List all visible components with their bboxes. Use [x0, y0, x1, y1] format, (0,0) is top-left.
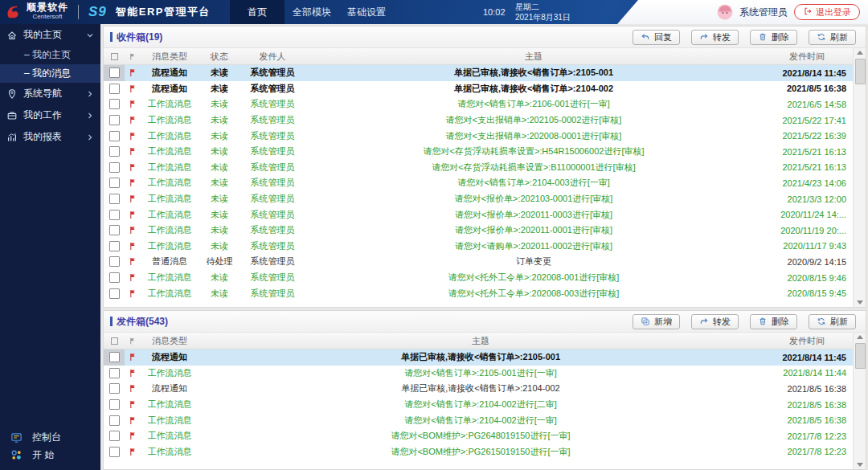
scroll-down-icon[interactable] [857, 300, 863, 304]
row-checkbox[interactable] [109, 115, 120, 125]
row-checkbox[interactable] [109, 131, 120, 141]
sidebar-item[interactable]: 系统导航 [0, 83, 100, 104]
refresh-button[interactable]: 刷新 [809, 30, 856, 45]
table-row[interactable]: 工作流消息请您对<销售订单>:2104-002进行[一审]2021/8/5 16… [104, 412, 853, 428]
outbox-scrollbar[interactable] [853, 333, 866, 469]
table-row[interactable]: 工作流消息请您对<BOM维护>:PG2615019150进行[一审]2021/7… [104, 444, 853, 460]
row-checkbox[interactable] [109, 146, 120, 157]
cell-time: 2021/8/5 16:38 [763, 384, 853, 394]
cell-subject: 请您对<销售订单>:2104-002进行[一审] [199, 415, 763, 427]
row-checkbox[interactable] [109, 447, 120, 457]
cell-sender: 系统管理员 [240, 130, 305, 142]
date-block: 星期二 2021年8月31日 [515, 2, 571, 22]
row-checkbox[interactable] [109, 210, 120, 220]
table-row[interactable]: 工作流消息未读系统管理员请您对<报价单>:202011-0003进行[审核]20… [104, 206, 853, 223]
sidebar-subitem[interactable]: – 我的主页 [0, 46, 100, 64]
scrollbar-thumb[interactable] [855, 59, 866, 84]
flag-icon [125, 68, 141, 77]
cell-subject: 请您对<销售订单>:2106-001进行[一审] [305, 98, 763, 110]
row-checkbox[interactable] [109, 288, 120, 299]
report-icon [6, 132, 18, 143]
table-row[interactable]: 工作流消息请您对<销售订单>:2104-002进行[二审]2021/8/5 16… [104, 397, 853, 413]
refresh-button[interactable]: 刷新 [809, 314, 856, 329]
row-checkbox[interactable] [109, 272, 120, 283]
inbox-scrollbar[interactable] [853, 48, 866, 307]
table-row[interactable]: 普通消息待处理系统管理员订单变更2020/9/2 14:15 [104, 254, 853, 270]
cell-subject: 请您对<托外工令单>:202008-003进行[审核] [305, 288, 763, 300]
cell-subject: 请您对<支出报销单>:202105-0002进行[审核] [305, 114, 763, 126]
row-checkbox[interactable] [109, 162, 120, 173]
select-all-header[interactable] [104, 48, 125, 64]
table-row[interactable]: 工作流消息未读系统管理员请您对<报价单>:202103-0001进行[审核]20… [104, 191, 853, 207]
row-checkbox[interactable] [109, 368, 120, 378]
cell-status: 未读 [199, 209, 240, 221]
delete-button[interactable]: 删除 [750, 30, 797, 45]
flag-column-header [125, 337, 141, 345]
cell-time: 2021/8/5 16:38 [763, 400, 853, 410]
nav-item-2[interactable]: 全部模块 [285, 0, 339, 24]
sidebar-footer-item[interactable]: 控制台 [0, 428, 100, 446]
sidebar-item[interactable]: 我的主页 [0, 24, 100, 46]
product-title: 智能ERP管理平台 [116, 5, 211, 19]
table-row[interactable]: 流程通知单据已审核,请接收<销售订单>:2104-0022021/8/5 16:… [104, 381, 853, 397]
nav-item-3[interactable]: 基础设置 [339, 0, 394, 24]
delete-button[interactable]: 删除 [750, 314, 797, 329]
inbox-table: 消息类型状态发件人主题发件时间 流程通知未读系统管理员单据已审核,请接收<销售订… [104, 48, 866, 307]
scroll-down-icon[interactable] [857, 463, 863, 467]
row-checkbox[interactable] [109, 352, 120, 362]
sidebar-footer-item[interactable]: 开 始 [0, 446, 100, 464]
forward-button[interactable]: 转发 [691, 314, 739, 329]
table-row[interactable]: 流程通知未读系统管理员单据已审核,请接收<销售订单>:2104-0022021/… [104, 81, 853, 97]
inbox-table-main: 消息类型状态发件人主题发件时间 流程通知未读系统管理员单据已审核,请接收<销售订… [104, 48, 853, 307]
outbox-table: 消息类型主题发件时间 流程通知单据已审核,请接收<销售订单>:2105-0012… [104, 333, 866, 469]
table-row[interactable]: 工作流消息未读系统管理员请您对<托外工令单>:202008-001进行[审核]2… [104, 270, 853, 286]
sidebar-subitem[interactable]: – 我的消息 [0, 64, 100, 83]
scrollbar-thumb[interactable] [855, 343, 866, 369]
table-row[interactable]: 工作流消息未读系统管理员请您对<支出报销单>:202105-0002进行[审核]… [104, 112, 853, 129]
table-row[interactable]: 工作流消息请您对<BOM维护>:PG2648019150进行[一审]2021/7… [104, 428, 853, 444]
row-checkbox[interactable] [109, 67, 120, 78]
cell-type: 工作流消息 [141, 415, 199, 427]
scroll-up-icon[interactable] [857, 335, 863, 339]
row-checkbox-cell [104, 96, 125, 112]
row-checkbox[interactable] [109, 84, 120, 94]
table-row[interactable]: 工作流消息未读系统管理员请您对<销售订单>:2104-003进行[一审]2021… [104, 175, 853, 191]
row-checkbox[interactable] [109, 194, 120, 204]
forward-button[interactable]: 转发 [691, 30, 739, 45]
button-label: 转发 [713, 31, 731, 43]
row-checkbox[interactable] [109, 241, 120, 251]
scroll-up-icon[interactable] [857, 51, 863, 55]
table-row[interactable]: 工作流消息未读系统管理员请您对<支出报销单>:202008-0001进行[审核]… [104, 128, 853, 144]
row-checkbox[interactable] [109, 178, 120, 188]
table-row[interactable]: 流程通知未读系统管理员单据已审核,请接收<销售订单>:2105-0012021/… [104, 65, 853, 81]
row-checkbox-cell [104, 128, 125, 144]
row-checkbox[interactable] [109, 399, 120, 410]
table-row[interactable]: 工作流消息未读系统管理员请您对<存货浮动耗损率设置>:H54R15006002进… [104, 144, 853, 160]
sidebar-item[interactable]: 我的工作 [0, 104, 100, 126]
table-row[interactable]: 流程通知单据已审核,请接收<销售订单>:2105-0012021/8/14 11… [104, 349, 853, 366]
row-checkbox[interactable] [109, 431, 120, 441]
row-checkbox[interactable] [109, 225, 120, 235]
table-row[interactable]: 工作流消息请您对<销售订单>:2105-001进行[一审]2021/8/14 1… [104, 366, 853, 382]
row-checkbox[interactable] [109, 415, 120, 426]
logout-button[interactable]: 退出登录 [794, 4, 860, 20]
reply-button[interactable]: 回复 [633, 30, 680, 45]
table-row[interactable]: 工作流消息未读系统管理员请您对<托外工令单>:202008-003进行[审核]2… [104, 285, 853, 301]
table-row[interactable]: 工作流消息未读系统管理员请您对<销售订单>:2106-001进行[一审]2021… [104, 96, 853, 112]
row-checkbox[interactable] [109, 99, 120, 109]
row-checkbox[interactable] [109, 383, 120, 394]
nav-item-1[interactable]: 首页 [230, 0, 285, 24]
table-row[interactable]: 工作流消息未读系统管理员请您对<报价单>:202011-0001进行[审核]20… [104, 223, 853, 239]
cell-subject: 请您对<销售订单>:2104-002进行[二审] [199, 398, 763, 411]
table-row[interactable]: 工作流消息未读系统管理员请您对<存货浮动耗损率设置>:B11000001进行[审… [104, 160, 853, 176]
chevron-right-icon [86, 112, 94, 120]
cell-type: 工作流消息 [141, 98, 199, 110]
user-area: 系统管理员 退出登录 [617, 0, 868, 24]
new-button[interactable]: 新增 [633, 314, 680, 329]
row-checkbox[interactable] [109, 256, 120, 267]
row-checkbox-cell [104, 285, 125, 301]
sidebar-item[interactable]: 我的报表 [0, 126, 100, 148]
select-all-header[interactable] [104, 333, 125, 349]
table-row[interactable]: 工作流消息未读系统管理员请您对<请购单>:202011-0002进行[审核]20… [104, 239, 853, 255]
outbox-table-main: 消息类型主题发件时间 流程通知单据已审核,请接收<销售订单>:2105-0012… [104, 333, 853, 469]
